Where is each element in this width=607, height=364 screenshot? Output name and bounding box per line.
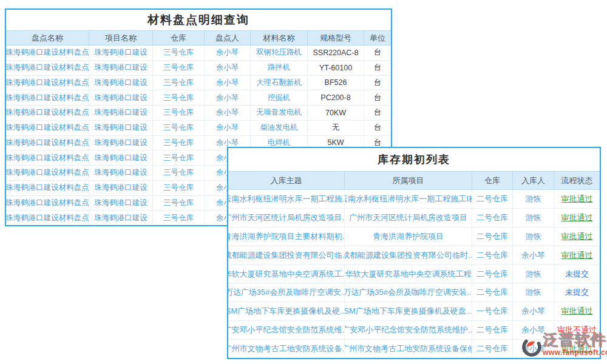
project-name-link[interactable]: 珠海鹤港口建设 (89, 136, 153, 150)
material-name-link[interactable]: 大理石翻新机 (251, 76, 308, 90)
project-link[interactable]: 广州市文物考古工地安防系统设备保修 (345, 340, 472, 358)
inventory-name-link[interactable]: 珠海鹤港口建设材料盘点 (6, 196, 89, 211)
material-name-link[interactable]: 双钢轮压路机 (251, 46, 308, 60)
project-name-link[interactable]: 珠海鹤港口建设 (89, 90, 153, 105)
flow-status-link[interactable]: 审批通过 (554, 302, 600, 320)
entry-subject-link[interactable]: 成都能源建设集团投资有限公司临... (228, 246, 345, 265)
material-name-link[interactable]: 无噪音发电机 (251, 106, 308, 120)
project-link[interactable]: 万达广场35#会所及咖啡厅空调安装... (345, 283, 472, 302)
project-name-link[interactable]: 珠海鹤港口建设 (89, 196, 153, 211)
material-name-link[interactable]: 路拌机 (251, 61, 308, 75)
warehouse-link[interactable]: 三号仓库 (153, 211, 205, 225)
entry-person-link[interactable]: 游恢 (513, 228, 554, 246)
inventory-name-link[interactable]: 珠海鹤港口建设材料盘点 (6, 76, 89, 90)
entry-person-link[interactable]: 游恢 (513, 265, 554, 283)
project-name-link[interactable]: 珠海鹤港口建设 (89, 150, 153, 165)
warehouse-link[interactable]: 二号仓库 (472, 246, 513, 265)
project-name-link[interactable]: 珠海鹤港口建设 (89, 166, 153, 180)
entry-subject-link[interactable]: 华软大厦研究基地中央空调系统工... (228, 265, 345, 283)
column-header: 规格型号 (308, 31, 364, 45)
unit-text: 台 (364, 46, 391, 60)
inventory-name-link[interactable]: 珠海鹤港口建设材料盘点 (6, 121, 89, 135)
project-name-link[interactable]: 珠海鹤港口建设 (89, 106, 153, 120)
project-name-link[interactable]: 珠海鹤港口建设 (89, 76, 153, 90)
project-name-link[interactable]: 珠海鹤港口建设 (89, 121, 153, 135)
entry-subject-link[interactable]: 云南水利枢纽潜明水库一期工程施... (228, 190, 345, 208)
project-link[interactable]: 成都能源建设集团投资有限公司临时... (345, 246, 472, 265)
flow-status-link[interactable]: 审批通过 (554, 246, 600, 265)
material-name-link[interactable]: 挖掘机 (251, 90, 308, 105)
warehouse-link[interactable]: 三号仓库 (153, 121, 205, 135)
project-name-link[interactable]: 珠海鹤港口建设 (89, 181, 153, 195)
warehouse-link[interactable]: 三号仓库 (153, 150, 205, 165)
project-name-link[interactable]: 珠海鹤港口建设 (89, 46, 153, 60)
entry-person-link[interactable]: 游恢 (513, 190, 554, 208)
entry-subject-link[interactable]: 广州市天河区统计局机房改造项目... (228, 209, 345, 227)
warehouse-link[interactable]: 二号仓库 (472, 228, 513, 246)
entry-subject-link[interactable]: 万达广场35#会所及咖啡厅空调安... (228, 283, 345, 302)
entry-person-link[interactable]: 余小琴 (513, 246, 554, 265)
flow-status-link[interactable]: 审批通过 (554, 209, 600, 227)
project-link[interactable]: 广州市天河区统计局机房改造项目 (345, 209, 472, 227)
warehouse-link[interactable]: 三号仓库 (153, 106, 205, 120)
inventory-name-link[interactable]: 珠海鹤港口建设材料盘点 (6, 90, 89, 105)
flow-status-link[interactable]: 未提交 (554, 283, 600, 302)
inventory-name-link[interactable]: 珠海鹤港口建设材料盘点 (6, 181, 89, 195)
counter-link[interactable]: 余小琴 (205, 90, 251, 105)
warehouse-link[interactable]: 三号仓库 (153, 90, 205, 105)
flow-status-link[interactable]: 审批通过 (554, 340, 600, 358)
project-name-link[interactable]: 珠海鹤港口建设 (89, 61, 153, 75)
project-link[interactable]: 云南水利枢纽潜明水库一期工程施工I标 (345, 190, 472, 208)
warehouse-link[interactable]: 二号仓库 (472, 265, 513, 283)
inventory-opening-table-body: 云南水利枢纽潜明水库一期工程施...云南水利枢纽潜明水库一期工程施工I标二号仓库… (228, 190, 600, 358)
table-row: 万达广场35#会所及咖啡厅空调安...万达广场35#会所及咖啡厅空调安装...二… (228, 283, 600, 302)
entry-subject-link[interactable]: 青海洪湖养护院项目主要材料期初... (228, 228, 345, 246)
counter-link[interactable]: 余小琴 (205, 106, 251, 120)
warehouse-link[interactable]: 三号仓库 (153, 166, 205, 180)
project-link[interactable]: 广安邓小平纪念馆安全防范系统维护... (345, 321, 472, 339)
inventory-name-link[interactable]: 珠海鹤港口建设材料盘点 (6, 166, 89, 180)
entry-person-link[interactable]: 游恢 (513, 283, 554, 302)
entry-subject-link[interactable]: 广安邓小平纪念馆安全防范系统维... (228, 321, 345, 339)
counter-link[interactable]: 余小琴 (205, 46, 251, 60)
entry-person-link[interactable]: 余小琴 (513, 321, 554, 339)
warehouse-link[interactable]: 三号仓库 (153, 181, 205, 195)
inventory-name-link[interactable]: 珠海鹤港口建设材料盘点 (6, 106, 89, 120)
warehouse-link[interactable]: 二号仓库 (472, 340, 513, 358)
flow-status-link[interactable]: 审批不通过 (554, 321, 600, 339)
warehouse-link[interactable]: 三号仓库 (153, 46, 205, 60)
counter-link[interactable]: 余小琴 (205, 76, 251, 90)
column-header: 单位 (364, 31, 391, 45)
inventory-name-link[interactable]: 珠海鹤港口建设材料盘点 (6, 136, 89, 150)
entry-person-link[interactable]: 余小琴 (513, 340, 554, 358)
warehouse-link[interactable]: 三号仓库 (153, 76, 205, 90)
inventory-name-link[interactable]: 珠海鹤港口建设材料盘点 (6, 46, 89, 60)
flow-status-link[interactable]: 未提交 (554, 265, 600, 283)
project-link[interactable]: 华软大厦研究基地中央空调系统工程 (345, 265, 472, 283)
counter-link[interactable]: 余小琴 (205, 121, 251, 135)
warehouse-link[interactable]: 二号仓库 (472, 209, 513, 227)
entry-person-link[interactable]: 余小琴 (513, 302, 554, 320)
unit-text: 台 (364, 76, 391, 90)
flow-status-link[interactable]: 审批通过 (554, 190, 600, 208)
counter-link[interactable]: 余小琴 (205, 61, 251, 75)
warehouse-link[interactable]: 二号仓库 (472, 190, 513, 208)
project-link[interactable]: SM广场地下车库更换摄像机及硬盘... (345, 302, 472, 320)
inventory-name-link[interactable]: 珠海鹤港口建设材料盘点 (6, 150, 89, 165)
project-name-link[interactable]: 珠海鹤港口建设 (89, 211, 153, 225)
warehouse-link[interactable]: 三号仓库 (153, 196, 205, 211)
project-link[interactable]: 青海洪湖养护院项目 (345, 228, 472, 246)
entry-person-link[interactable]: 游恢 (513, 209, 554, 227)
material-name-link[interactable]: 柴油发电机 (251, 121, 308, 135)
inventory-name-link[interactable]: 珠海鹤港口建设材料盘点 (6, 211, 89, 225)
warehouse-link[interactable]: 二号仓库 (472, 321, 513, 339)
warehouse-link[interactable]: 三号仓库 (153, 61, 205, 75)
warehouse-link[interactable]: 一号仓库 (472, 302, 513, 320)
flow-status-link[interactable]: 审批通过 (554, 228, 600, 246)
table-row: 华软大厦研究基地中央空调系统工...华软大厦研究基地中央空调系统工程二号仓库游恢… (228, 265, 600, 284)
warehouse-link[interactable]: 三号仓库 (153, 136, 205, 150)
entry-subject-link[interactable]: 广州市文物考古工地安防系统设备... (228, 340, 345, 358)
inventory-name-link[interactable]: 珠海鹤港口建设材料盘点 (6, 61, 89, 75)
warehouse-link[interactable]: 二号仓库 (472, 283, 513, 302)
entry-subject-link[interactable]: SM广场地下车库更换摄像机及硬... (228, 302, 345, 320)
